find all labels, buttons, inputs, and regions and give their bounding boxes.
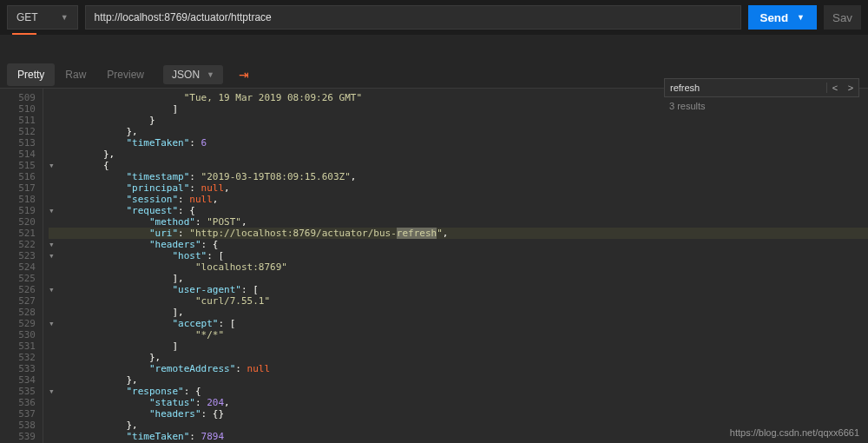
chevron-down-icon: ▼ (61, 13, 69, 22)
wrap-icon[interactable]: ⇥ (232, 64, 256, 85)
tab-raw[interactable]: Raw (55, 63, 96, 86)
find-results-text: 3 results (664, 97, 859, 115)
find-prev-button[interactable]: < (827, 83, 843, 93)
find-input[interactable] (665, 83, 826, 93)
active-tab-underline (12, 33, 36, 35)
find-panel: < > 3 results (664, 78, 859, 115)
url-input[interactable] (85, 5, 741, 30)
tabs-marker (0, 35, 868, 40)
body-format-value: JSON (172, 69, 200, 81)
send-button[interactable]: Send ▼ (748, 5, 818, 30)
line-gutter: 509 510 511 512 513 514 515 516 517 518 … (0, 89, 43, 443)
response-editor: 509 510 511 512 513 514 515 516 517 518 … (0, 89, 868, 443)
save-button[interactable]: Sav (824, 5, 861, 30)
http-method-select[interactable]: GET ▼ (7, 5, 78, 30)
tab-pretty[interactable]: Pretty (7, 63, 55, 86)
watermark: https://blog.csdn.net/qqxx6661 (730, 427, 859, 438)
tab-preview[interactable]: Preview (96, 63, 155, 86)
send-button-label: Send (760, 11, 789, 24)
body-format-select[interactable]: JSON ▼ (163, 65, 223, 84)
find-next-button[interactable]: > (843, 83, 858, 93)
code-area[interactable]: "Tue, 19 Mar 2019 08:09:26 GMT" ] } }, "… (43, 89, 868, 443)
chevron-down-icon: ▼ (207, 70, 214, 79)
request-bar: GET ▼ Send ▼ Sav (0, 0, 868, 35)
chevron-down-icon: ▼ (797, 13, 805, 22)
http-method-value: GET (16, 11, 38, 23)
